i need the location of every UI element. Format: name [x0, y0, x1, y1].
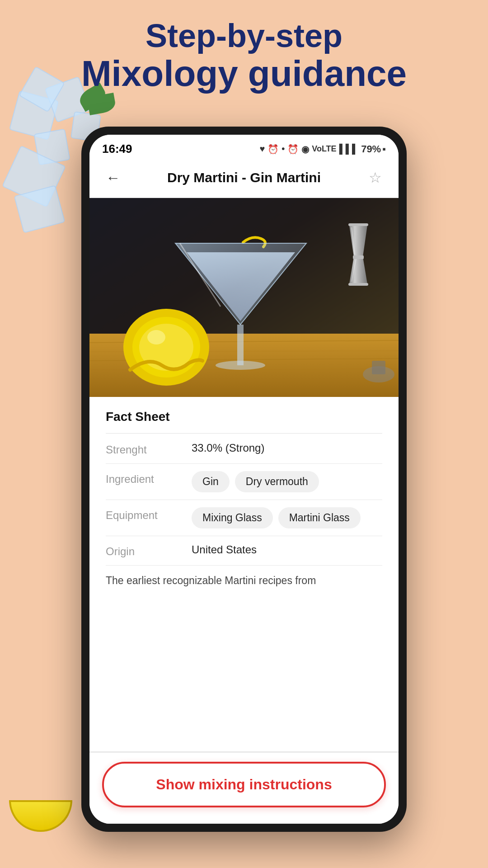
ice-cube-1 — [9, 90, 59, 140]
leaf-2 — [87, 93, 117, 115]
phone-mockup: 16:49 ♥ ⏰ • ⏰ ◉ VoLTE ▌▌▌ 79% ▪ ← Dry Ma… — [81, 127, 407, 832]
ingredient-tag-dry-vermouth[interactable]: Dry vermouth — [235, 471, 319, 492]
equipment-tag-mixing-glass[interactable]: Mixing Glass — [192, 507, 273, 528]
header-line1: Step-by-step — [0, 18, 488, 54]
ingredient-tags: Gin Dry vermouth — [192, 471, 319, 492]
battery-percent: 79% — [361, 143, 381, 155]
header-line2: Mixology guidance — [0, 54, 488, 94]
back-button[interactable]: ← — [102, 167, 124, 189]
origin-label: Origin — [106, 543, 192, 558]
location-icon: ⏰ — [287, 144, 299, 155]
origin-value: United States — [192, 543, 382, 556]
divider-1 — [106, 433, 382, 434]
svg-point-12 — [216, 361, 265, 370]
fact-row-origin: Origin United States — [106, 543, 382, 566]
dot-indicator: • — [282, 144, 285, 154]
fact-row-ingredient: Ingredient Gin Dry vermouth — [106, 471, 382, 500]
cocktail-scene-svg — [89, 198, 399, 397]
ingredient-label: Ingredient — [106, 471, 192, 486]
heart-icon: ♥ — [259, 144, 265, 154]
ice-cube-3 — [2, 145, 66, 207]
wifi-icon: ◉ — [301, 144, 309, 155]
battery-indicator: 79% ▪ — [361, 143, 386, 155]
lemon-half — [9, 800, 72, 832]
cocktail-description: The earliest recognizable Martini recipe… — [106, 573, 382, 589]
favorite-button[interactable]: ☆ — [364, 167, 386, 189]
equipment-tags: Mixing Glass Martini Glass — [192, 507, 361, 528]
svg-rect-20 — [348, 283, 368, 286]
svg-rect-19 — [353, 255, 364, 259]
fact-row-strength: Strenght 33.0% (Strong) — [106, 442, 382, 464]
cocktail-image — [89, 198, 399, 397]
strength-value: 33.0% (Strong) — [192, 442, 382, 454]
app-header: ← Dry Martini - Gin Martini ☆ — [89, 160, 399, 198]
svg-point-10 — [147, 330, 165, 344]
svg-rect-18 — [348, 223, 368, 226]
cocktail-title: Dry Martini - Gin Martini — [124, 170, 364, 185]
header-section: Step-by-step Mixology guidance — [0, 18, 488, 94]
fact-row-equipment: Equipment Mixing Glass Martini Glass — [106, 507, 382, 536]
svg-rect-24 — [372, 361, 385, 374]
status-time: 16:49 — [102, 142, 132, 156]
phone-screen: 16:49 ♥ ⏰ • ⏰ ◉ VoLTE ▌▌▌ 79% ▪ ← Dry Ma… — [89, 135, 399, 824]
ingredient-tag-gin[interactable]: Gin — [192, 471, 230, 492]
fact-sheet-title: Fact Sheet — [106, 410, 382, 424]
status-bar: 16:49 ♥ ⏰ • ⏰ ◉ VoLTE ▌▌▌ 79% ▪ — [89, 135, 399, 160]
svg-rect-11 — [237, 325, 244, 365]
bottom-button-container: Show mixing instructions — [89, 751, 399, 824]
equipment-label: Equipment — [106, 507, 192, 522]
signal-bars: ▌▌▌ — [339, 144, 359, 154]
status-icons: ♥ ⏰ • ⏰ ◉ VoLTE ▌▌▌ 79% ▪ — [259, 143, 386, 155]
back-arrow-icon: ← — [106, 170, 120, 186]
signal-text: VoLTE — [312, 144, 336, 154]
strength-label: Strenght — [106, 442, 192, 456]
ice-cube-6 — [14, 185, 66, 233]
star-icon: ☆ — [369, 169, 382, 186]
ice-cube-2 — [33, 128, 70, 165]
show-mixing-button[interactable]: Show mixing instructions — [102, 762, 386, 807]
battery-icon-symbol: ▪ — [382, 143, 386, 155]
alarm-icon: ⏰ — [267, 144, 279, 155]
equipment-tag-martini-glass[interactable]: Martini Glass — [278, 507, 361, 528]
